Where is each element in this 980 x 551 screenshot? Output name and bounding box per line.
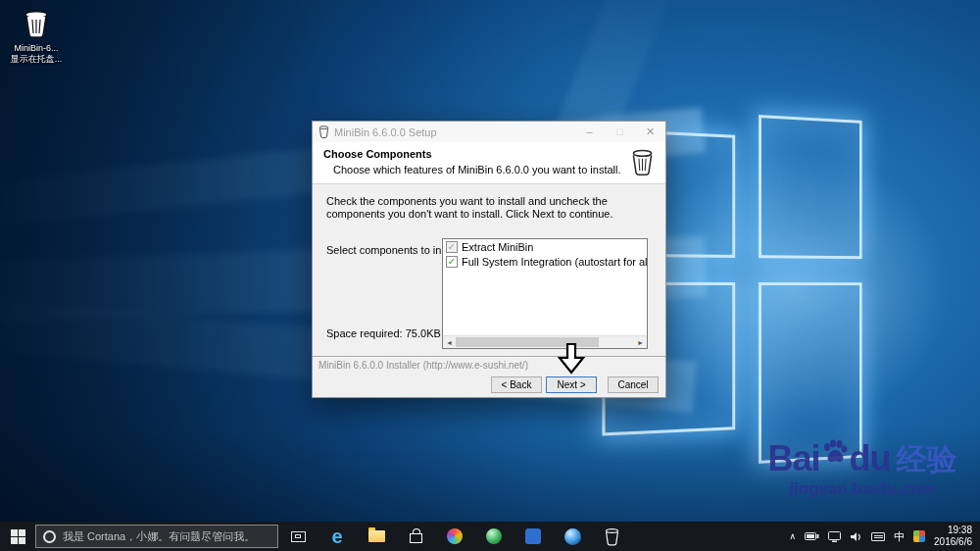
edge-icon: e xyxy=(331,526,342,546)
taskbar-item-store[interactable] xyxy=(396,522,435,551)
taskbar-item-browser[interactable] xyxy=(553,522,592,551)
space-required-label: Space required: 75.0KB xyxy=(326,327,441,339)
ime-language-indicator[interactable]: 中 xyxy=(894,529,905,544)
clock-time: 19:38 xyxy=(948,525,972,536)
watermark-url: jingyan.baidu.com xyxy=(747,479,978,499)
wizard-page-title: Choose Components xyxy=(323,148,656,160)
wizard-header: Choose Components Choose which features … xyxy=(313,142,665,184)
app-icon-blue xyxy=(525,528,541,544)
taskbar-clock[interactable]: 19:38 2016/6/6 xyxy=(934,525,972,548)
wizard-page-subtitle: Choose which features of MiniBin 6.6.0.0… xyxy=(333,164,656,175)
cortana-search-input[interactable]: 我是 Cortana，小娜。有问题尽管问我。 xyxy=(35,525,278,548)
clock-date: 2016/6/6 xyxy=(934,536,972,548)
taskbar-item-file-explorer[interactable] xyxy=(357,522,396,551)
maximize-button[interactable]: □ xyxy=(605,122,635,142)
desktop-screen: MiniBin-6... 显示在托盘... MiniBin 6.6.0.0 Se… xyxy=(0,0,980,551)
taskbar-item-app3[interactable] xyxy=(514,522,553,551)
scrollbar-track[interactable] xyxy=(456,336,634,348)
system-tray: ∧ 中 19:38 2016/6/6 xyxy=(789,522,980,551)
network-icon[interactable] xyxy=(828,531,841,542)
start-button[interactable] xyxy=(0,522,35,551)
taskbar-item-edge[interactable]: e xyxy=(318,522,357,551)
baidu-paw-icon xyxy=(822,439,848,463)
minibin-tray-trash-icon xyxy=(605,527,619,546)
scroll-right-icon[interactable]: ► xyxy=(634,336,647,348)
horizontal-scrollbar[interactable]: ◄ ► xyxy=(443,335,647,348)
file-explorer-icon xyxy=(368,530,385,542)
next-button[interactable]: Next > xyxy=(546,376,597,393)
component-label: Extract MiniBin xyxy=(462,241,533,253)
desktop-icon-minibin[interactable]: MiniBin-6... 显示在托盘... xyxy=(4,6,69,65)
checkbox-checked-icon[interactable]: ✓ xyxy=(446,241,458,253)
cancel-button[interactable]: Cancel xyxy=(608,376,659,393)
touch-keyboard-icon[interactable] xyxy=(871,532,885,541)
back-button[interactable]: < Back xyxy=(491,376,542,393)
task-view-button[interactable] xyxy=(278,522,318,551)
taskbar-item-minibin[interactable] xyxy=(592,522,631,551)
app-icon-green xyxy=(486,528,502,544)
windows-start-icon xyxy=(11,529,25,544)
cortana-icon xyxy=(43,530,56,543)
volume-icon[interactable] xyxy=(850,531,862,542)
taskbar: 我是 Cortana，小娜。有问题尽管问我。 e xyxy=(0,522,980,551)
app-icon xyxy=(318,125,329,138)
task-view-icon xyxy=(291,531,306,542)
windows-logo-pane xyxy=(759,115,862,259)
annotation-down-arrow xyxy=(555,342,588,376)
desktop-icon-label: MiniBin-6... xyxy=(4,43,69,54)
component-label: Full System Integration (autostart for a… xyxy=(462,256,647,268)
ime-icon[interactable] xyxy=(913,530,925,542)
watermark-bai: Bai xyxy=(767,441,819,476)
battery-icon[interactable] xyxy=(805,532,819,540)
components-list[interactable]: ✓ Extract MiniBin ✓ Full System Integrat… xyxy=(442,238,648,349)
installer-branding: MiniBin 6.6.0.0 Installer (http://www.e-… xyxy=(318,360,528,371)
show-hidden-icons-chevron[interactable]: ∧ xyxy=(789,531,796,541)
footer-divider xyxy=(313,356,665,358)
window-title: MiniBin 6.6.0.0 Setup xyxy=(334,126,437,138)
watermark-du: du xyxy=(850,441,891,476)
close-button[interactable]: ✕ xyxy=(635,122,665,142)
taskbar-item-app1[interactable] xyxy=(435,522,474,551)
checkbox-checked-icon[interactable]: ✓ xyxy=(446,256,458,268)
desktop-icon-sublabel: 显示在托盘... xyxy=(4,54,69,65)
minimize-button[interactable]: – xyxy=(574,122,605,142)
minibin-logo-icon xyxy=(631,149,654,175)
windows-logo-pane xyxy=(759,282,862,464)
component-row-full-integration[interactable]: ✓ Full System Integration (autostart for… xyxy=(443,254,647,269)
watermark: Bai du 经验 jingyan.baidu.com xyxy=(747,439,978,499)
components-description: Check the components you want to install… xyxy=(326,195,656,221)
browser-sphere-icon xyxy=(564,528,581,545)
cortana-search-placeholder: 我是 Cortana，小娜。有问题尽管问我。 xyxy=(63,529,255,544)
minibin-trash-icon xyxy=(22,6,51,39)
scroll-left-icon[interactable]: ◄ xyxy=(443,336,456,348)
installer-window: MiniBin 6.6.0.0 Setup – □ ✕ Choose Compo… xyxy=(312,121,666,398)
store-icon xyxy=(410,533,422,543)
watermark-jingyan: 经验 xyxy=(897,443,957,476)
component-row-extract[interactable]: ✓ Extract MiniBin xyxy=(443,239,647,254)
titlebar[interactable]: MiniBin 6.6.0.0 Setup – □ ✕ xyxy=(313,122,665,142)
taskbar-item-app2[interactable] xyxy=(474,522,514,551)
app-icon-colorful xyxy=(447,528,463,544)
